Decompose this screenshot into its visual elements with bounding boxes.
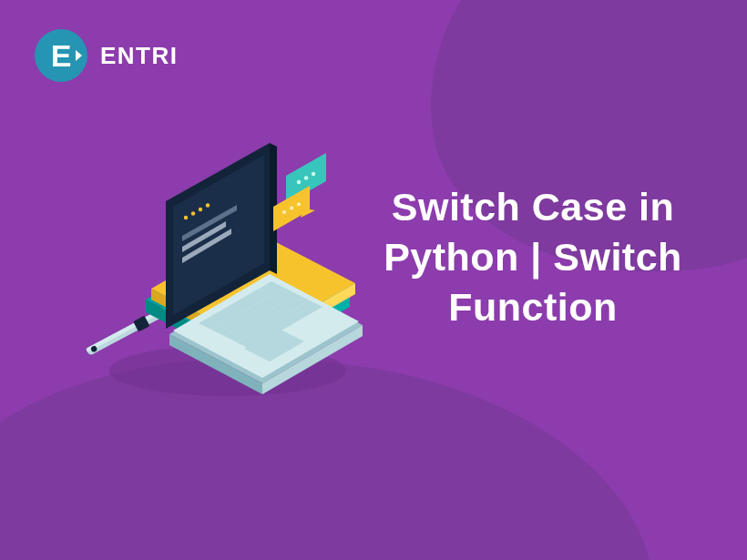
svg-point-39 [290,207,293,210]
svg-point-33 [297,180,301,184]
svg-point-38 [282,210,286,214]
svg-point-35 [312,172,315,176]
svg-point-34 [304,176,308,179]
page-title: Switch Case in Python | Switch Function [364,182,701,332]
svg-point-26 [199,208,202,211]
logo-letter: E [51,40,72,71]
svg-point-25 [191,211,195,215]
logo-text: ENTRI [100,42,179,70]
laptop-illustration [91,159,374,414]
logo-play-icon [76,50,82,61]
svg-point-24 [184,216,188,219]
logo-badge: E [35,29,87,82]
svg-point-27 [206,203,210,207]
entri-logo: E ENTRI [35,29,179,82]
svg-point-40 [297,202,301,206]
